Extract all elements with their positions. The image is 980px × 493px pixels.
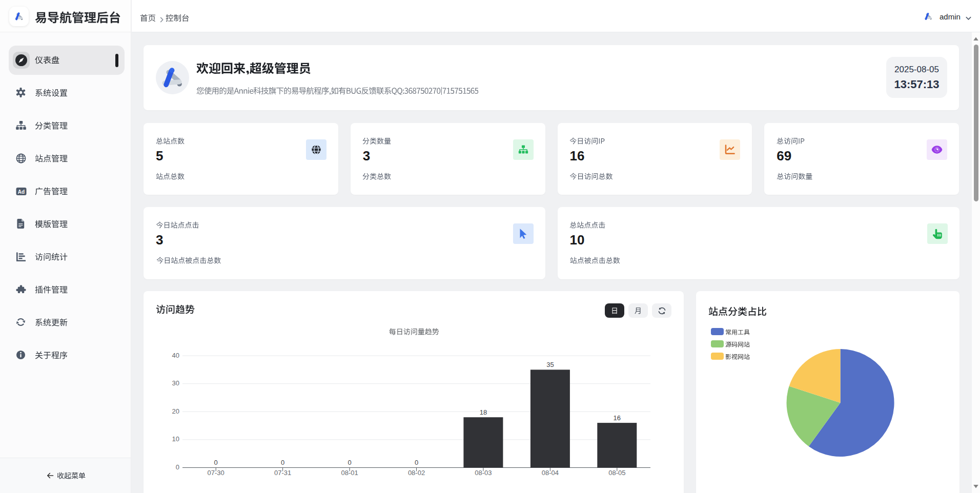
svg-text:Ad: Ad [18, 189, 25, 195]
